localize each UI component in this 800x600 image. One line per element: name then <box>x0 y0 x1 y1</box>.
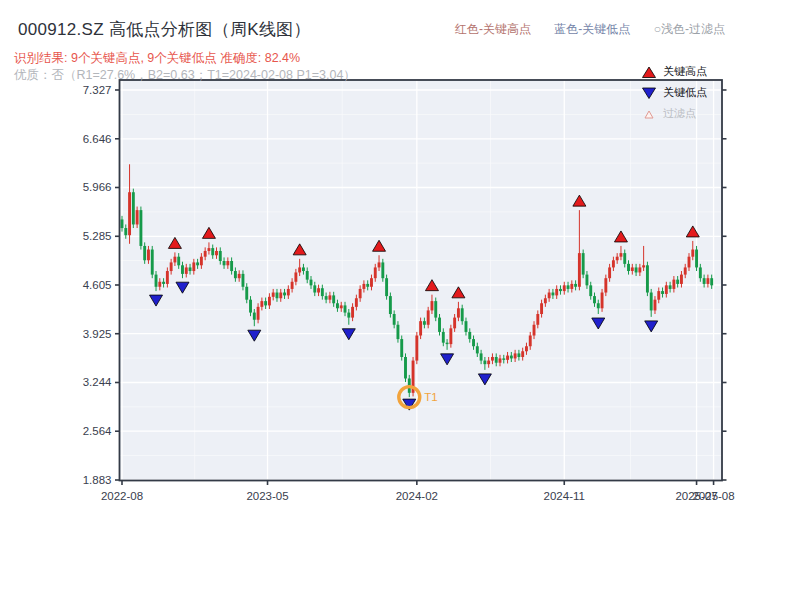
svg-text:2.564: 2.564 <box>83 425 112 437</box>
top-color-legend: 红色-关键高点 蓝色-关键低点 ○浅色-过滤点 <box>455 21 725 38</box>
t1-label: T1 <box>424 391 437 403</box>
legend-item-key-low: 关键低点 <box>641 82 751 103</box>
svg-text:2022-08: 2022-08 <box>101 490 143 502</box>
quality-metrics-text: 优质：否（R1=27.6%，B2=0.63；T1=2024-02-08 P1=3… <box>14 67 356 84</box>
blue-triangle-down-icon <box>641 86 657 100</box>
svg-text:2024-02: 2024-02 <box>396 490 438 502</box>
legend-filtered-label: ○浅色-过滤点 <box>654 22 725 36</box>
red-triangle-up-icon <box>641 65 657 79</box>
page-title: 000912.SZ 高低点分析图（周K线图） <box>18 18 311 41</box>
legend-red-high-label: 红色-关键高点 <box>455 22 531 36</box>
legend-item-filtered: 过滤点 <box>641 103 751 124</box>
svg-text:2024-11: 2024-11 <box>544 490 585 502</box>
svg-text:7.327: 7.327 <box>83 84 112 96</box>
legend-blue-low-label: 蓝色-关键低点 <box>554 22 630 36</box>
recognition-result-text: 识别结果: 9个关键高点, 9个关键低点 准确度: 82.4% <box>14 50 300 67</box>
svg-text:3.925: 3.925 <box>83 328 112 340</box>
legend-item-key-high: 关键高点 <box>641 61 751 82</box>
svg-text:5.285: 5.285 <box>83 230 112 242</box>
svg-text:1.883: 1.883 <box>83 474 112 486</box>
hollow-triangle-up-icon <box>641 107 657 121</box>
svg-text:6.646: 6.646 <box>83 133 112 145</box>
svg-text:2023-05: 2023-05 <box>246 490 288 502</box>
legend-item-label: 关键高点 <box>663 64 707 79</box>
svg-text:3.244: 3.244 <box>83 376 112 388</box>
legend-item-label: 过滤点 <box>663 106 696 121</box>
legend-item-label: 关键低点 <box>663 85 707 100</box>
svg-text:4.605: 4.605 <box>83 279 112 291</box>
plot-legend-box: 关键高点 关键低点 过滤点 <box>641 61 751 124</box>
svg-text:2025-08: 2025-08 <box>692 490 734 502</box>
plot-background <box>120 80 723 481</box>
svg-text:5.966: 5.966 <box>83 181 112 193</box>
